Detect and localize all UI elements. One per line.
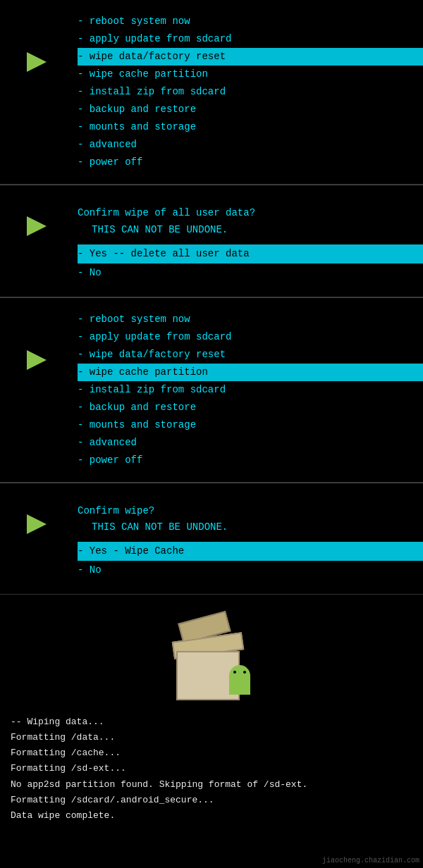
arrow-indicator-2 bbox=[27, 216, 47, 236]
menu-item[interactable]: - apply update from sdcard bbox=[78, 328, 423, 346]
watermark: jiaocheng.chazidian.com bbox=[322, 857, 419, 864]
log-output: -- Wiping data... Formatting /data... Fo… bbox=[7, 714, 416, 824]
box-illustration bbox=[169, 630, 254, 700]
confirm-panel-2: Confirm wipe? THIS CAN NOT BE UNDONE. - … bbox=[0, 490, 423, 588]
bottom-section: -- Wiping data... Formatting /data... Fo… bbox=[0, 595, 423, 831]
menu-item[interactable]: - power off bbox=[78, 154, 423, 171]
confirm-section-1: Confirm wipe of all user data? THIS CAN … bbox=[0, 185, 423, 297]
confirm-warning-1: THIS CAN NOT BE UNDONE. bbox=[78, 222, 423, 239]
menu-item[interactable]: - wipe cache partition bbox=[78, 66, 423, 83]
log-line: No app2sd partition found. Skipping form… bbox=[11, 777, 416, 793]
android-mascot bbox=[226, 665, 254, 697]
menu-item[interactable]: - install zip from sdcard bbox=[78, 381, 423, 399]
arrow-indicator-1 bbox=[27, 52, 47, 72]
menu-list-2: - reboot system now - apply update from … bbox=[0, 305, 423, 475]
confirm-panel-1: Confirm wipe of all user data? THIS CAN … bbox=[0, 192, 423, 290]
confirm-message-1: Confirm wipe of all user data? THIS CAN … bbox=[78, 205, 423, 239]
menu-item[interactable]: - apply update from sdcard bbox=[78, 30, 423, 48]
menu-item[interactable]: - advanced bbox=[78, 136, 423, 154]
android-head bbox=[229, 665, 250, 679]
menu-item-selected[interactable]: - wipe data/factory reset bbox=[78, 48, 423, 66]
log-line: Formatting /cache... bbox=[11, 745, 416, 761]
log-line: -- Wiping data... bbox=[11, 714, 416, 730]
menu-item[interactable]: - backup and restore bbox=[78, 101, 423, 118]
menu-item[interactable]: - wipe data/factory reset bbox=[78, 346, 423, 364]
confirm-options-1: - Yes -- delete all user data - No bbox=[78, 244, 423, 283]
android-body bbox=[229, 679, 250, 695]
arrow-indicator-4 bbox=[27, 514, 47, 534]
wiping-illustration bbox=[7, 630, 416, 700]
menu-item[interactable]: - reboot system now bbox=[78, 13, 423, 30]
log-line: Formatting /sdcard/.android_secure... bbox=[11, 793, 416, 808]
log-line: Data wipe complete. bbox=[11, 808, 416, 824]
confirm-section-2: Confirm wipe? THIS CAN NOT BE UNDONE. - … bbox=[0, 483, 423, 595]
log-line: Formatting /data... bbox=[11, 730, 416, 745]
menu-item[interactable]: - reboot system now bbox=[78, 311, 423, 328]
menu-item[interactable]: - advanced bbox=[78, 434, 423, 452]
menu-item[interactable]: - mounts and storage bbox=[78, 118, 423, 136]
menu-list-1: - reboot system now - apply update from … bbox=[0, 7, 423, 177]
confirm-options-2: - Yes - Wipe Cache - No bbox=[78, 542, 423, 580]
menu-section-1: - reboot system now - apply update from … bbox=[0, 0, 423, 185]
confirm-message-2: Confirm wipe? THIS CAN NOT BE UNDONE. bbox=[78, 503, 423, 537]
arrow-indicator-3 bbox=[27, 350, 47, 370]
confirm-no-option-2[interactable]: - No bbox=[78, 561, 423, 580]
menu-item[interactable]: - backup and restore bbox=[78, 399, 423, 416]
confirm-wipe-cache-option[interactable]: - Yes - Wipe Cache bbox=[78, 542, 423, 561]
menu-item[interactable]: - power off bbox=[78, 452, 423, 469]
android-eye-left bbox=[233, 671, 236, 674]
menu-item-selected[interactable]: - wipe cache partition bbox=[78, 364, 423, 381]
log-line: Formatting /sd-ext... bbox=[11, 761, 416, 776]
confirm-warning-2: THIS CAN NOT BE UNDONE. bbox=[78, 519, 423, 536]
confirm-no-option[interactable]: - No bbox=[78, 264, 423, 283]
menu-item[interactable]: - install zip from sdcard bbox=[78, 83, 423, 101]
menu-item[interactable]: - mounts and storage bbox=[78, 416, 423, 434]
confirm-yes-option[interactable]: - Yes -- delete all user data bbox=[78, 244, 423, 264]
menu-section-2: - reboot system now - apply update from … bbox=[0, 298, 423, 483]
android-eye-right bbox=[243, 671, 246, 674]
